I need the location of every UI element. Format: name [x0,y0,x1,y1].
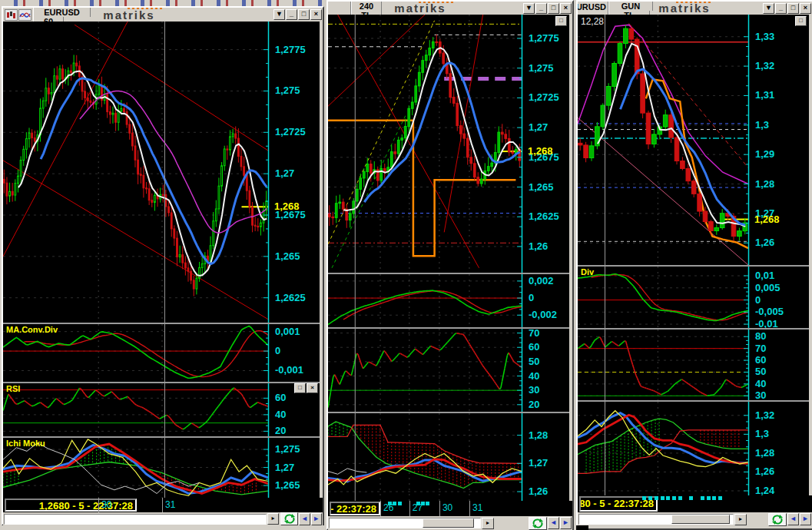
svg-text:1,265: 1,265 [529,181,554,193]
svg-text:70: 70 [755,343,766,354]
titlebar[interactable]: EURUSD60TLLINKHNSV matriks ▼ _ □ × [3,8,323,22]
titlebar-field-eurusd[interactable]: EURUSD [33,8,91,17]
window-buttons: ▼ _ □ × [273,8,323,22]
time-axis-separator [162,498,163,512]
refresh-button[interactable] [768,513,787,526]
svg-text:1,275: 1,275 [529,62,554,74]
time-axis-label: 31 [472,502,482,513]
scroll-right-button[interactable]: ► [800,513,811,525]
scroll-left-button[interactable]: ◄ [548,517,559,529]
time-axis-separator [380,501,381,516]
session-tick-mark [689,496,693,500]
refresh-button[interactable] [280,512,298,525]
candles-layer [3,55,267,296]
menu-button[interactable]: ▼ [763,3,774,14]
titlebar[interactable]: EURUSD GUNTLLIN matriks ▼ _ □ × [578,2,812,15]
svg-text:30: 30 [529,384,539,396]
titlebar[interactable]: 240TLLINKHN matriks ▼ _ □ × [328,2,572,15]
minimize-button[interactable]: _ [535,3,547,14]
close-button[interactable]: × [800,3,811,14]
chart-body[interactable]: 1,27751,2751,27251,271,26751,2651,26251,… [328,15,569,501]
time-axis-separator [439,501,440,516]
svg-text:30: 30 [755,389,766,400]
time-axis-label: 30 [101,499,111,510]
region-rsi[interactable]: 604020 [3,382,320,436]
chart-restore-button[interactable]: □ [555,16,567,26]
svg-text:1,2775: 1,2775 [275,44,306,55]
region-ichi[interactable]: 1,281,271,26 [328,412,569,501]
region-main[interactable]: 1,27751,2751,27251,271,26751,2651,26251,… [328,15,569,273]
horizontal-scrollbar[interactable] [4,514,267,525]
svg-text:40: 40 [529,370,539,382]
logo-accent-dots [128,8,163,9]
region-ichi[interactable]: 1,321,31,281,261,24 [578,400,809,495]
svg-text:1,26: 1,26 [755,237,774,248]
svg-text:50: 50 [529,356,539,367]
clipped-symbol-field[interactable] [328,2,351,15]
menu-button[interactable]: ▼ [523,3,535,14]
status-row: 1,2680 - 5 - 22:37:28 [578,495,812,512]
maximize-button[interactable]: □ [298,9,310,20]
horizontal-scrollbar[interactable] [329,518,481,528]
titlebar-field-240[interactable]: 240 [351,2,382,11]
session-tick-mark [678,496,682,500]
svg-text:1,29: 1,29 [755,148,774,160]
matriks-logo: matriks [382,2,459,15]
session-tick-mark [421,502,425,505]
minimize-button[interactable]: _ [286,9,297,20]
candlestick-icon[interactable] [5,9,18,21]
session-tick-mark [718,496,722,500]
scrollbar-thumb[interactable] [423,518,474,528]
horizontal-scrollbar[interactable] [578,514,734,525]
time-axis-label: 30 [442,502,452,513]
refresh-button[interactable] [529,517,547,530]
menu-button[interactable]: ▼ [273,9,285,20]
svg-text:80: 80 [755,330,766,342]
region-main[interactable]: 1,331,321,311,31,291,281,271,261,268 [578,15,809,265]
scrollbar-thumb[interactable] [671,515,730,524]
pane-restore-button[interactable]: □ [294,383,306,393]
scrollbar-right-arrow[interactable]: ▸ [267,513,279,525]
minimize-button[interactable]: _ [775,3,787,14]
time-axis-label: 31 [165,499,175,510]
clipped-symbol-field[interactable]: EURUSD [578,2,608,15]
scroll-right-button[interactable]: ► [311,513,322,525]
chart-body[interactable]: 1,331,321,311,31,291,281,271,261,2680,01… [578,15,809,495]
close-button[interactable]: × [560,3,572,14]
pane-close-button[interactable]: × [307,383,318,393]
scrollbar-right-arrow[interactable]: ▸ [482,518,494,529]
maximize-button[interactable]: □ [787,3,799,14]
maximize-button[interactable]: □ [548,3,559,14]
chart-restore-button[interactable]: □ [795,16,807,26]
region-ichi[interactable]: 1,2751,271,265 [3,436,320,498]
close-button[interactable]: × [310,9,322,20]
scroll-left-button[interactable]: ◄ [787,513,799,525]
region-rsi[interactable]: 706050403020 [328,327,569,412]
scrollbar-right-arrow[interactable]: ▸ [734,514,747,525]
region-macd[interactable]: 0,0020-0,002 [328,273,569,327]
matriks-logo: matriks [91,8,167,22]
region-rsi[interactable]: 807060504030 [578,328,809,400]
titlebar-field-gun[interactable]: GUN [608,2,653,11]
wave-icon[interactable] [18,9,31,21]
window-buttons: ▼ _ □ × [522,2,572,15]
session-tick-mark [701,496,704,500]
svg-text:0,01: 0,01 [755,270,774,281]
scroll-left-button[interactable]: ◄ [299,513,310,525]
session-tick-mark [393,502,396,505]
chart-window-240min: 240TLLINKHN matriks ▼ _ □ × 1,27751,2751… [326,0,574,530]
region-macd[interactable]: 0,010,0050-0,005-0,01 [578,265,809,328]
svg-text:-0,01: -0,01 [755,318,778,328]
region-macd[interactable]: 0,0010-0,001 [3,323,320,382]
last-price-label: 1,268 [274,200,300,212]
scroll-right-button[interactable]: ► [560,517,572,529]
chart-window-daily: EURUSD GUNTLLIN matriks ▼ _ □ × 1,331,32… [576,0,812,530]
chart-body[interactable]: 1,27751,2751,27251,271,26751,2651,26251,… [3,22,320,498]
window-buttons: ▼ _ □ × [762,2,812,15]
svg-text:1,26: 1,26 [529,485,548,497]
svg-text:1,33: 1,33 [755,31,774,42]
trendlines-layer [328,15,522,268]
last-price-label: 1,268 [528,145,553,157]
svg-text:1,27: 1,27 [275,462,294,473]
region-main[interactable]: 1,27751,2751,27251,271,26751,2651,26251,… [3,22,320,323]
